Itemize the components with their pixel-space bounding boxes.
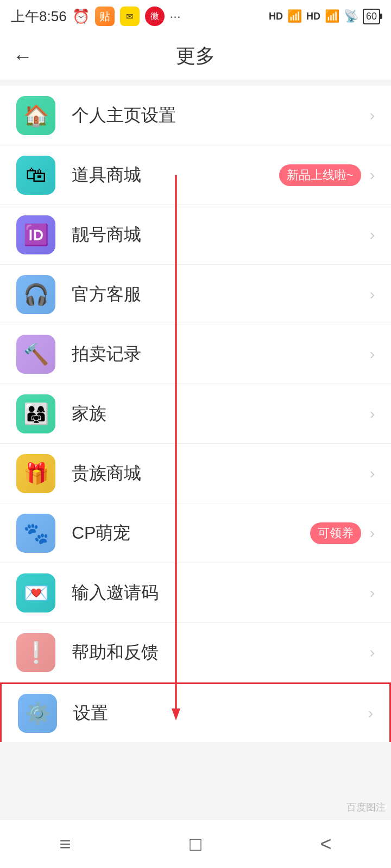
icon-family: 👨‍👩‍👧 <box>16 394 55 433</box>
menu-item-help-feedback[interactable]: ❕帮助和反馈› <box>0 623 391 682</box>
icon-prop-shop: 🛍 <box>16 156 55 195</box>
watermark: 百度图注 <box>346 801 386 814</box>
hd-label-1: HD <box>269 11 283 22</box>
battery-indicator: 60 <box>363 9 380 24</box>
menu-item-prop-shop[interactable]: 🛍道具商城新品上线啦~› <box>0 145 391 205</box>
status-time: 上午8:56 ⏰ 贴 ✉ 微 ··· <box>11 7 181 26</box>
icon-profile-settings: 🏠 <box>16 96 55 135</box>
arrow-family: › <box>370 405 375 423</box>
bottom-navigation: ≡ □ < <box>0 819 391 868</box>
arrow-auction-record: › <box>370 346 375 363</box>
page-header: ← 更多 <box>0 33 391 80</box>
label-profile-settings: 个人主页设置 <box>72 104 370 127</box>
menu-item-customer-service[interactable]: 🎧官方客服› <box>0 265 391 324</box>
nav-home-button[interactable]: □ <box>168 828 223 860</box>
menu-item-invite-code[interactable]: 💌输入邀请码› <box>0 563 391 623</box>
badge-cp-pet: 可领养 <box>310 522 361 544</box>
menu-item-family[interactable]: 👨‍👩‍👧家族› <box>0 384 391 444</box>
msg-app-icon: ✉ <box>120 7 140 26</box>
label-customer-service: 官方客服 <box>72 283 370 307</box>
status-indicators: HD 📶 HD 📶 📡 60 <box>269 9 380 24</box>
nav-back-button[interactable]: < <box>299 828 353 860</box>
arrow-profile-settings: › <box>370 107 375 124</box>
more-dots: ··· <box>170 9 181 24</box>
back-button[interactable]: ← <box>13 45 33 68</box>
arrow-settings: › <box>368 705 373 722</box>
time-label: 上午8:56 <box>11 7 67 26</box>
icon-invite-code: 💌 <box>16 573 55 612</box>
label-family: 家族 <box>72 402 370 426</box>
icon-noble-shop: 🎁 <box>16 454 55 493</box>
signal-icon-2: 📶 <box>325 9 339 23</box>
label-prop-shop: 道具商城 <box>72 163 279 187</box>
label-noble-shop: 贵族商城 <box>72 462 370 486</box>
icon-auction-record: 🔨 <box>16 335 55 374</box>
arrow-prop-shop: › <box>370 167 375 184</box>
menu-item-cp-pet[interactable]: 🐾CP萌宠可领养› <box>0 503 391 563</box>
menu-item-settings[interactable]: ⚙️设置› <box>0 682 391 742</box>
label-auction-record: 拍卖记录 <box>72 342 370 366</box>
label-help-feedback: 帮助和反馈 <box>72 641 370 665</box>
icon-help-feedback: ❕ <box>16 633 55 672</box>
arrow-pretty-id: › <box>370 226 375 244</box>
arrow-invite-code: › <box>370 584 375 602</box>
label-cp-pet: CP萌宠 <box>72 521 310 545</box>
alarm-icon: ⏰ <box>72 8 90 25</box>
menu-item-profile-settings[interactable]: 🏠个人主页设置› <box>0 86 391 145</box>
back-icon: < <box>320 833 331 856</box>
home-icon: □ <box>190 833 201 856</box>
sticker-app-icon: 贴 <box>95 7 115 26</box>
label-settings: 设置 <box>73 701 368 725</box>
arrow-help-feedback: › <box>370 644 375 661</box>
wifi-icon: 📡 <box>344 9 358 23</box>
label-pretty-id: 靓号商城 <box>72 223 370 247</box>
badge-prop-shop: 新品上线啦~ <box>279 164 361 186</box>
arrow-customer-service: › <box>370 286 375 303</box>
arrow-noble-shop: › <box>370 465 375 482</box>
page-title: 更多 <box>176 43 215 69</box>
menu-list: 🏠个人主页设置›🛍道具商城新品上线啦~›🆔靓号商城›🎧官方客服›🔨拍卖记录›👨‍… <box>0 86 391 742</box>
icon-cp-pet: 🐾 <box>16 514 55 553</box>
arrow-cp-pet: › <box>370 525 375 542</box>
menu-icon: ≡ <box>59 833 71 856</box>
menu-item-noble-shop[interactable]: 🎁贵族商城› <box>0 444 391 503</box>
menu-item-auction-record[interactable]: 🔨拍卖记录› <box>0 324 391 384</box>
menu-item-pretty-id[interactable]: 🆔靓号商城› <box>0 205 391 265</box>
icon-customer-service: 🎧 <box>16 275 55 314</box>
icon-settings: ⚙️ <box>18 694 57 733</box>
signal-icon-1: 📶 <box>287 9 302 23</box>
icon-pretty-id: 🆔 <box>16 215 55 254</box>
nav-menu-button[interactable]: ≡ <box>38 828 92 860</box>
hd-label-2: HD <box>306 11 320 22</box>
battery-level: 60 <box>366 11 377 22</box>
label-invite-code: 输入邀请码 <box>72 581 370 605</box>
weibo-app-icon: 微 <box>145 7 165 26</box>
status-bar: 上午8:56 ⏰ 贴 ✉ 微 ··· HD 📶 HD 📶 📡 60 <box>0 0 391 33</box>
